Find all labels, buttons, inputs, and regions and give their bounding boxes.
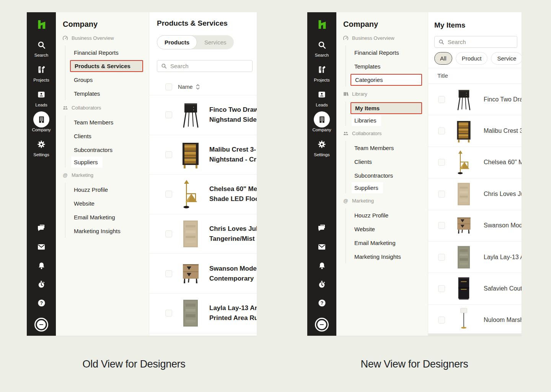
nav-item-team-members[interactable]: Team Members	[336, 141, 428, 155]
sort-icon[interactable]	[196, 84, 200, 90]
sidebar-item-settings[interactable]: Settings	[314, 136, 330, 157]
table-header: Name	[149, 83, 257, 95]
chat-icon[interactable]	[317, 223, 326, 232]
row-checkbox[interactable]	[438, 127, 445, 134]
item-row[interactable]: Chelsea 60" Me	[428, 147, 522, 178]
timer-icon[interactable]	[37, 280, 46, 289]
row-checkbox[interactable]	[438, 222, 445, 229]
nav-item-marketing-insights[interactable]: Marketing Insights	[336, 250, 428, 263]
filter-pills: AllProductService	[434, 52, 522, 65]
nav-title: Company	[336, 20, 428, 29]
product-row[interactable]: Layla Lay-13 ArPrinted Area Ru	[149, 294, 257, 333]
nav-item-my-items[interactable]: My Items	[350, 102, 422, 114]
nav-item-email-marketing[interactable]: Email Marketing	[336, 236, 428, 250]
row-checkbox[interactable]	[165, 191, 172, 198]
nav-item-houzz-profile[interactable]: Houzz Profile	[56, 183, 149, 196]
nav-item-clients[interactable]: Clients	[336, 155, 428, 168]
item-row[interactable]: Nuloom Marsha	[428, 305, 522, 336]
item-row[interactable]: Malibu Crest 3-	[428, 115, 522, 147]
row-checkbox[interactable]	[165, 111, 172, 118]
item-row[interactable]: Finco Two Draw	[428, 84, 522, 115]
settings-icon	[33, 136, 49, 152]
nav-item-groups[interactable]: Groups	[56, 73, 149, 87]
row-checkbox[interactable]	[438, 191, 445, 198]
nav-item-suppliers[interactable]: Suppliers	[352, 182, 383, 193]
mail-icon[interactable]	[317, 242, 326, 252]
nav-item-templates[interactable]: Templates	[336, 59, 428, 73]
row-checkbox[interactable]	[438, 285, 445, 292]
nav-item-templates[interactable]: Templates	[56, 87, 149, 100]
row-checkbox[interactable]	[438, 317, 445, 323]
help-icon[interactable]: ?	[318, 299, 326, 307]
nav-item-libraries[interactable]: Libraries	[352, 115, 381, 126]
item-row[interactable]: Swanson Mode	[428, 210, 522, 242]
toggle-option-products[interactable]: Products	[157, 35, 197, 49]
nav-item-products-services[interactable]: Products & Services	[70, 60, 143, 72]
row-checkbox[interactable]	[438, 159, 445, 166]
svg-text:@: @	[343, 198, 348, 204]
help-icon[interactable]: ?	[37, 299, 46, 307]
timer-icon[interactable]	[318, 280, 326, 289]
nav-item-categories[interactable]: Categories	[350, 74, 422, 86]
nav-item-website[interactable]: Website	[336, 222, 428, 236]
nav-item-email-marketing[interactable]: Email Marketing	[56, 210, 149, 224]
sidebar-item-projects[interactable]: Projects	[33, 62, 49, 82]
sidebar-item-projects[interactable]: Projects	[314, 62, 330, 82]
column-header-name[interactable]: Name	[178, 84, 193, 90]
item-row[interactable]: Chris Loves Jul	[428, 178, 522, 210]
search-field[interactable]	[448, 39, 514, 45]
filter-pill-product[interactable]: Product	[456, 52, 488, 65]
row-checkbox[interactable]	[438, 96, 445, 103]
sidebar-item-settings[interactable]: Settings	[33, 136, 49, 157]
row-checkbox[interactable]	[165, 310, 172, 317]
search-input[interactable]	[434, 36, 517, 48]
sidebar-item-leads[interactable]: Leads	[314, 87, 330, 107]
product-row[interactable]: Chris Loves JulTangerine/Mist	[149, 214, 257, 254]
nav-item-marketing-insights[interactable]: Marketing Insights	[56, 224, 149, 238]
sidebar-item-search[interactable]: Search	[33, 37, 49, 57]
nav-item-clients[interactable]: Clients	[56, 129, 149, 143]
nav-section-collaborators: CollaboratorsTeam MembersClientsSubcontr…	[336, 127, 428, 194]
nav-item-houzz-profile[interactable]: Houzz Profile	[336, 208, 428, 222]
search-input[interactable]	[157, 60, 253, 72]
nav-item-team-members[interactable]: Team Members	[56, 115, 149, 129]
item-row[interactable]: Safavieh Coutu	[428, 273, 522, 304]
nav-item-financial-reports[interactable]: Financial Reports	[336, 46, 428, 59]
row-checkbox[interactable]	[165, 230, 172, 237]
row-checkbox[interactable]	[165, 151, 172, 158]
search-icon	[33, 37, 49, 53]
column-header-title[interactable]: Title	[428, 68, 522, 83]
filter-pill-all[interactable]: All	[434, 52, 452, 65]
nav-item-website[interactable]: Website	[56, 196, 149, 210]
row-checkbox[interactable]	[438, 254, 445, 261]
bell-icon[interactable]	[318, 261, 326, 270]
sidebar-item-leads[interactable]: Leads	[33, 87, 49, 107]
product-row[interactable]: Finco Two DrawNighstand Side	[149, 95, 257, 135]
bell-icon[interactable]	[37, 261, 46, 270]
nav-item-financial-reports[interactable]: Financial Reports	[56, 46, 149, 59]
toggle-option-services[interactable]: Services	[197, 35, 234, 49]
nav-item-suppliers[interactable]: Suppliers	[71, 157, 103, 168]
mail-icon[interactable]	[37, 242, 46, 252]
sidebar-item-company[interactable]: Company	[32, 111, 51, 132]
search-field[interactable]	[170, 63, 249, 69]
avatar-icon[interactable]	[315, 317, 329, 332]
nav-item-subcontractors[interactable]: Subcontractors	[56, 143, 149, 157]
company-icon	[33, 111, 49, 127]
filter-pill-service[interactable]: Service	[491, 52, 522, 65]
sidebar-item-search[interactable]: Search	[314, 37, 330, 57]
nav-section-label: Library	[352, 91, 367, 97]
product-row[interactable]: Chelsea 60" MeShade LED Floo	[149, 175, 257, 214]
product-row[interactable]: Malibu Crest 3-Nightstand - Cr	[149, 135, 257, 175]
product-image-layla-rug	[178, 297, 203, 330]
sidebar-item-company[interactable]: Company	[312, 111, 331, 132]
row-checkbox[interactable]	[165, 270, 172, 277]
business-overview-icon	[62, 35, 68, 41]
avatar-icon[interactable]	[34, 317, 49, 332]
company-nav: CompanyBusiness OverviewFinancial Report…	[56, 12, 149, 336]
select-all-checkbox[interactable]	[165, 83, 172, 90]
chat-icon[interactable]	[37, 223, 46, 232]
nav-item-subcontractors[interactable]: Subcontractors	[336, 168, 428, 182]
product-row[interactable]: Swanson ModeContemporary	[149, 254, 257, 294]
item-row[interactable]: Layla Lay-13 Ar	[428, 242, 522, 273]
